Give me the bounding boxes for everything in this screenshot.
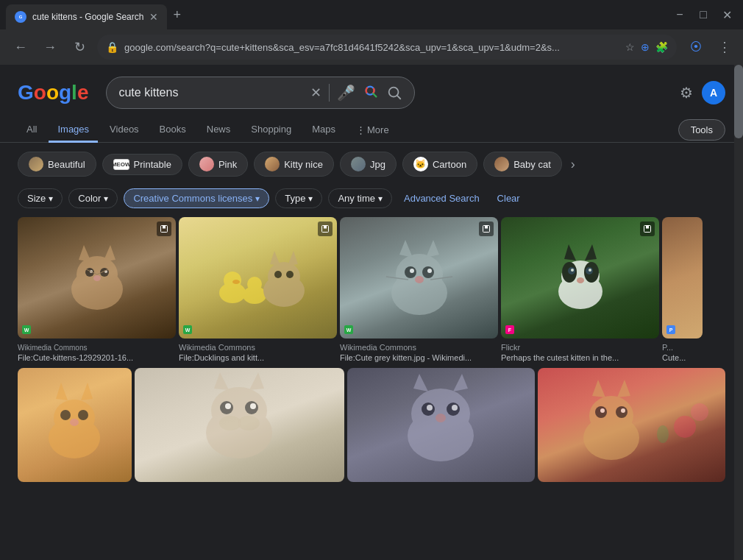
close-button[interactable]: ✕ [717,4,737,25]
save-icon-1[interactable] [157,221,171,236]
back-button[interactable]: ← [9,35,32,59]
chip-pink-label: Pink [218,159,237,170]
image-col-row2-4 [538,368,725,482]
image-col-1: W Wikimedia Commons File:Cute-kittens-12… [18,217,176,362]
svg-point-52 [577,277,584,283]
profile-icon[interactable]: ⊕ [641,41,650,53]
image-item-7[interactable] [135,368,344,482]
image-item-2[interactable]: W [179,217,337,339]
bookmark-icon[interactable]: ☆ [625,41,635,53]
svg-point-81 [674,416,696,438]
image-3-placeholder [340,217,498,339]
chip-printable-label: Printable [134,159,171,170]
filter-creative-commons[interactable]: Creative Commons licenses ▾ [124,188,269,208]
address-bar[interactable]: 🔒 google.com/search?q=cute+kittens&sca_e… [97,35,677,60]
svg-point-38 [427,269,432,273]
chip-kitty-nice[interactable]: Kitty nice [254,152,334,177]
tab-images[interactable]: Images [49,118,98,143]
svg-marker-26 [288,251,298,266]
chip-baby-cat[interactable]: Baby cat [483,152,562,177]
chip-beautiful-thumb [29,157,43,171]
filter-anytime[interactable]: Any time ▾ [328,188,392,208]
minimize-button[interactable]: − [669,4,690,25]
reload-button[interactable]: ↻ [68,35,91,59]
tab-shopping[interactable]: Shopping [242,118,300,143]
mic-icon[interactable]: 🎤 [337,84,355,102]
tab-title: cute kittens - Google Search [32,12,143,22]
chip-kitty-nice-label: Kitty nice [284,159,323,170]
tab-news[interactable]: News [198,118,240,143]
save-icon-2[interactable] [318,221,333,236]
filters-row: Size ▾ Color ▾ Creative Commons licenses… [0,185,743,217]
image-item-6[interactable] [18,368,132,482]
image-item-9[interactable] [538,368,725,482]
image-col-row2-1 [18,368,132,482]
lens-icon[interactable] [363,83,379,103]
svg-point-68 [225,403,231,409]
scrollbar-track[interactable] [734,65,743,560]
settings-icon[interactable]: ⚙ [680,84,693,102]
chip-jpg[interactable]: Jpg [340,152,397,177]
svg-marker-44 [564,244,576,260]
image-item-3[interactable]: W [340,217,498,339]
scrollbar-thumb[interactable] [734,65,743,138]
tab-more[interactable]: ⋮ More [347,118,398,141]
clear-button[interactable]: Clear [491,189,526,208]
save-icon-3[interactable] [479,221,494,236]
ext-icon-1[interactable]: ⦿ [686,37,706,57]
save-icon-4[interactable] [640,221,655,236]
advanced-search-link[interactable]: Advanced Search [398,189,486,208]
wikimedia-label-1: Wikimedia Commons [18,344,87,352]
image-col-row2-2 [135,368,344,482]
image-item-8[interactable] [347,368,535,482]
image-item-4[interactable]: F [501,217,659,339]
filter-type[interactable]: Type ▾ [275,188,322,208]
filter-size[interactable]: Size ▾ [18,188,63,208]
clear-search-icon[interactable]: ✕ [310,85,321,101]
header-right: ⚙ A [680,81,725,104]
forward-button[interactable]: → [38,35,62,59]
chip-beautiful-label: Beautiful [48,159,85,170]
svg-marker-75 [453,374,468,391]
image-item-5[interactable]: P [662,217,703,339]
filter-color[interactable]: Color ▾ [68,188,118,208]
image-4-source: F [505,325,514,334]
tab-all[interactable]: All [18,118,46,143]
chips-next-arrow[interactable]: › [571,157,575,172]
tab-maps[interactable]: Maps [303,118,344,143]
logo-letter-g2: g [59,81,71,104]
search-box[interactable]: cute kittens ✕ 🎤 [106,77,415,109]
tools-button[interactable]: Tools [678,119,725,141]
divider [329,84,330,102]
search-submit-icon[interactable] [386,85,402,101]
logo-letter-l: l [71,81,77,104]
user-avatar[interactable]: A [702,81,725,104]
chip-printable[interactable]: MEOW Printable [102,154,182,175]
menu-button[interactable]: ⋮ [715,36,734,58]
image-item-1[interactable]: W [18,217,176,339]
extension-icon[interactable]: 🧩 [655,41,668,53]
svg-point-60 [78,410,88,420]
tab-videos[interactable]: Videos [101,118,148,143]
browser-chrome: G cute kittens - Google Search ✕ + − □ ✕… [0,0,743,65]
tab-close-button[interactable]: ✕ [149,11,158,23]
more-label: More [367,124,389,135]
filter-type-chevron: ▾ [308,194,313,204]
new-tab-button[interactable]: + [167,4,187,26]
image-col-3: W Wikimedia Commons File:Cute grey kitte… [340,217,498,362]
active-tab[interactable]: G cute kittens - Google Search ✕ [6,4,167,29]
source-1-badge: W [22,325,31,334]
maximize-button[interactable]: □ [693,4,714,25]
search-input[interactable]: cute kittens [118,86,303,99]
chip-pink[interactable]: Pink [188,152,248,177]
tab-books[interactable]: Books [151,118,195,143]
image-grid-row1: W Wikimedia Commons File:Cute-kittens-12… [0,217,743,362]
chip-cartoon[interactable]: 🐱 Cartoon [402,152,477,177]
chip-beautiful[interactable]: Beautiful [18,152,96,177]
filter-anytime-label: Any time [338,193,375,204]
filter-cc-chevron: ▾ [255,194,260,204]
svg-point-28 [286,271,294,278]
chip-jpg-label: Jpg [370,159,385,170]
image-4-source-text: Flickr [501,341,659,353]
svg-marker-34 [426,240,439,258]
